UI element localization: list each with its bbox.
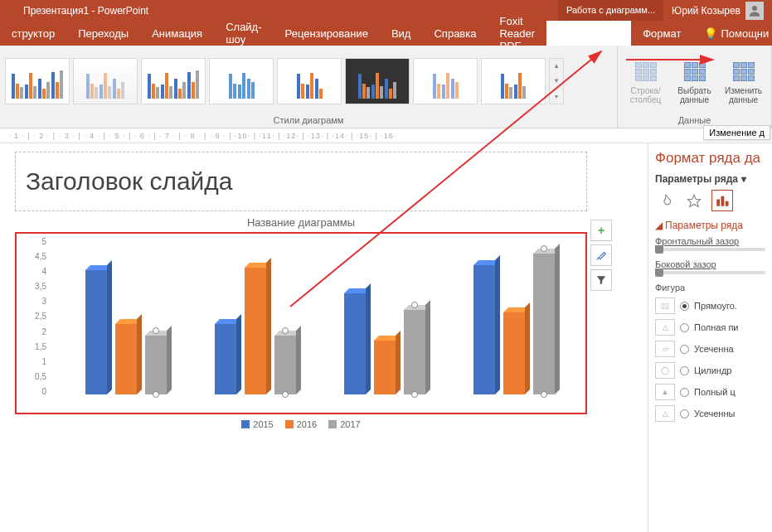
y-axis-labels: 00,511,522,533,544,55 bbox=[22, 237, 46, 396]
gap-width-label: Боковой зазор bbox=[655, 259, 765, 269]
chart-bar[interactable] bbox=[344, 293, 366, 394]
fill-line-icon[interactable] bbox=[655, 190, 677, 211]
edit-data-tooltip: Изменение д bbox=[703, 125, 770, 140]
tab-file-partial[interactable]: структор bbox=[0, 21, 66, 46]
chevron-down-icon: ▾ bbox=[741, 173, 746, 185]
chart-style-3[interactable] bbox=[141, 58, 206, 104]
chart-style-7[interactable] bbox=[413, 58, 478, 104]
ribbon-tabs: структор Переходы Анимация Слайд-шоу Рец… bbox=[0, 21, 772, 46]
chart-bar[interactable] bbox=[473, 265, 495, 394]
tab-view[interactable]: Вид bbox=[380, 21, 423, 46]
chart-bar[interactable] bbox=[245, 268, 266, 394]
chart-style-5[interactable] bbox=[277, 58, 342, 104]
chart-style-8[interactable] bbox=[481, 58, 546, 104]
shape-radio-2[interactable]: ▱Усеченна bbox=[655, 341, 765, 357]
chart-quick-buttons: + bbox=[590, 220, 612, 291]
shape-radio-0[interactable]: ▯▯Прямоуго. bbox=[655, 297, 765, 314]
tab-design[interactable]: Конструктор bbox=[546, 21, 631, 46]
chart-bar[interactable] bbox=[374, 341, 396, 394]
tab-slideshow[interactable]: Слайд-шоу bbox=[214, 21, 273, 46]
chart-bar[interactable] bbox=[503, 312, 525, 394]
chart-style-4[interactable] bbox=[209, 58, 274, 104]
chart-object[interactable]: Название диаграммы 00,511,522,533,544,55… bbox=[15, 216, 587, 465]
chart-elements-button[interactable]: + bbox=[590, 220, 612, 241]
shape-radio-3[interactable]: ◯Цилиндр bbox=[655, 362, 765, 379]
slide-title-placeholder[interactable]: Заголовок слайда bbox=[15, 152, 587, 211]
lightbulb-icon: 💡 bbox=[704, 27, 717, 40]
contextual-tab-label: Работа с диаграмм... bbox=[558, 0, 663, 21]
gap-depth-label: Фронтальный зазор bbox=[655, 236, 765, 246]
effects-icon[interactable] bbox=[683, 190, 705, 211]
chart-title[interactable]: Название диаграммы bbox=[15, 216, 587, 229]
switch-row-column-icon bbox=[633, 58, 659, 85]
slide-canvas[interactable]: Заголовок слайда Название диаграммы 00,5… bbox=[0, 143, 648, 532]
collapse-arrow-icon: ◢ bbox=[655, 220, 663, 231]
select-data-icon bbox=[682, 58, 708, 85]
title-bar: Презентация1 - PowerPoint Работа с диагр… bbox=[0, 0, 772, 21]
series-options-section[interactable]: ◢Параметры ряда bbox=[655, 220, 765, 231]
tab-help[interactable]: Справка bbox=[422, 21, 488, 46]
shape-radio-5[interactable]: △Усеченны bbox=[655, 405, 765, 422]
user-account[interactable]: Юрий Козырев bbox=[663, 2, 772, 20]
document-title: Презентация1 - PowerPoint bbox=[0, 5, 148, 17]
svg-rect-4 bbox=[726, 201, 729, 206]
svg-rect-2 bbox=[716, 200, 720, 206]
chart-legend[interactable]: 201520162017 bbox=[15, 419, 587, 429]
tab-tell-me[interactable]: 💡Помощни bbox=[692, 21, 772, 46]
chart-style-1[interactable] bbox=[5, 58, 70, 104]
legend-item[interactable]: 2016 bbox=[285, 419, 317, 429]
chart-bar[interactable] bbox=[145, 336, 167, 394]
edit-data-button[interactable]: Изменить данные bbox=[721, 56, 766, 106]
series-options-icon[interactable] bbox=[711, 190, 733, 211]
chart-bar[interactable] bbox=[215, 324, 236, 394]
shape-radio-4[interactable]: ▲Полный ц bbox=[655, 384, 765, 400]
svg-marker-1 bbox=[688, 195, 701, 206]
select-data-button[interactable]: Выбрать данные bbox=[672, 56, 717, 106]
chart-styles-more[interactable]: ▲▼▾ bbox=[549, 58, 564, 104]
chart-style-6[interactable] bbox=[345, 58, 410, 104]
svg-rect-3 bbox=[721, 196, 725, 206]
ribbon-content: ▲▼▾ Стили диаграмм Строка/ столбец Выбра… bbox=[0, 46, 772, 128]
chart-bar[interactable] bbox=[274, 336, 296, 394]
user-avatar-icon bbox=[745, 2, 764, 20]
chart-bar[interactable] bbox=[404, 310, 425, 394]
gap-width-slider[interactable] bbox=[655, 271, 765, 274]
tab-foxit[interactable]: Foxit Reader PDF bbox=[488, 21, 546, 46]
chart-plot-area[interactable]: 00,511,522,533,544,55 bbox=[15, 232, 587, 414]
legend-item[interactable]: 2017 bbox=[328, 419, 360, 429]
group-chart-styles: ▲▼▾ Стили диаграмм bbox=[0, 46, 618, 128]
shape-radio-1[interactable]: △Полная пи bbox=[655, 319, 765, 336]
tab-review[interactable]: Рецензирование bbox=[274, 21, 380, 46]
slide-title-text: Заголовок слайда bbox=[26, 167, 576, 196]
group-data: Строка/ столбец Выбрать данные Изменить … bbox=[618, 46, 772, 128]
edit-data-icon bbox=[731, 58, 757, 85]
horizontal-ruler: · 1 · | · 2 · | · 3 · | · 4 · | · 5 · | … bbox=[0, 128, 772, 143]
chart-styles-button[interactable] bbox=[590, 244, 612, 266]
legend-item[interactable]: 2015 bbox=[241, 419, 273, 429]
format-pane: Изменение д Формат ряда да Параметры ряд… bbox=[648, 143, 772, 532]
chart-filters-button[interactable] bbox=[590, 269, 612, 291]
svg-point-0 bbox=[752, 6, 757, 11]
chart-style-2[interactable] bbox=[73, 58, 138, 104]
tab-animation[interactable]: Анимация bbox=[140, 21, 214, 46]
series-options-dropdown[interactable]: Параметры ряда ▾ bbox=[655, 173, 765, 185]
format-pane-title: Формат ряда да bbox=[655, 150, 765, 167]
gap-depth-slider[interactable] bbox=[655, 248, 765, 251]
tab-format[interactable]: Формат bbox=[631, 21, 692, 46]
user-name: Юрий Козырев bbox=[672, 5, 740, 17]
switch-row-column-button[interactable]: Строка/ столбец bbox=[623, 56, 668, 106]
chart-bar[interactable] bbox=[85, 270, 107, 394]
group-label-chart-styles: Стили диаграмм bbox=[5, 114, 612, 128]
chart-bar[interactable] bbox=[533, 254, 555, 394]
chart-bar[interactable] bbox=[115, 324, 137, 394]
tab-transitions[interactable]: Переходы bbox=[66, 21, 140, 46]
shape-label: Фигура bbox=[655, 283, 765, 293]
chart-bars[interactable] bbox=[61, 239, 579, 394]
